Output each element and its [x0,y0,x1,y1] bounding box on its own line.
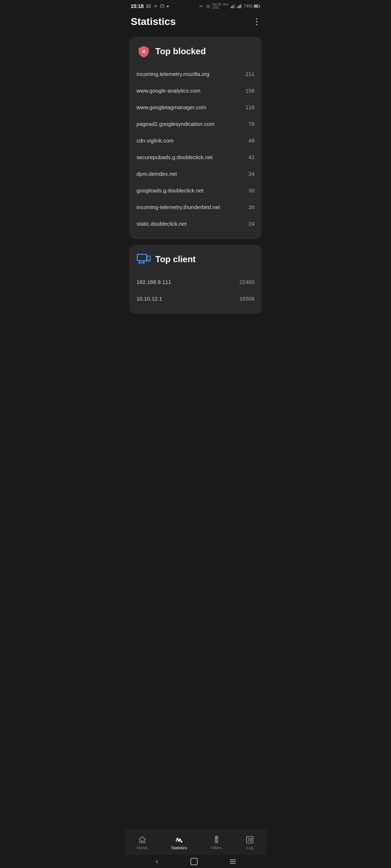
key-icon [198,4,204,8]
svg-point-3 [200,5,201,7]
count-label: 34 [240,171,255,177]
domain-label: dpm.demdex.net [136,171,240,177]
count-label: 118 [240,104,255,110]
list-item: www.googletagmanager.com 118 [136,99,255,116]
top-blocked-card: ✕ Top blocked incoming.telemetry.mozilla… [129,37,262,239]
count-label: 16506 [239,295,255,302]
arrow-icon [153,4,157,9]
list-item: www.google-analytics.com 156 [136,82,255,99]
count-label: 22400 [239,279,255,285]
count-label: 26 [240,204,255,210]
status-left: 15:18 [131,3,169,9]
monitor-icon [136,252,151,267]
notification-dot [167,5,169,7]
app-header: Statistics [125,11,266,34]
count-label: 156 [240,88,255,94]
count-label: 42 [240,154,255,160]
status-time: 15:18 [131,3,144,9]
status-bar: 15:18 VoLTELTE1 4G+ 74% [125,0,266,11]
svg-rect-7 [233,5,234,8]
client-label: 192.168.9.111 [136,279,239,285]
volte-label: VoLTELTE1 [212,3,221,9]
signal-icon-2 [237,4,242,8]
list-item: pagead2.googlesyndication.com 78 [136,116,255,132]
count-label: 30 [240,187,255,193]
domain-label: static.doubleclick.net [136,221,240,227]
list-item: static.doubleclick.net 24 [136,216,255,232]
svg-point-1 [147,5,148,6]
battery-icon [254,4,260,8]
signal-icon [231,4,236,8]
domain-label: incoming-telemetry.thunderbird.net [136,204,240,210]
svg-rect-14 [241,4,242,8]
network-label: 4G+ [223,3,229,9]
svg-rect-5 [231,7,231,8]
mail-icon [160,4,165,8]
top-client-card: Top client 192.168.9.111 22400 10.10.12.… [129,245,262,314]
svg-rect-19 [137,254,147,261]
shield-block-icon: ✕ [136,44,151,59]
svg-rect-13 [240,4,241,8]
domain-label: googleads.g.doubleclick.net [136,187,240,193]
domain-label: www.google-analytics.com [136,88,240,94]
domain-label: cdn.viglink.com [136,137,240,144]
svg-rect-12 [239,5,240,8]
top-blocked-header: ✕ Top blocked [136,44,255,59]
photo-icon [146,4,151,9]
alarm-icon [206,4,210,9]
domain-label: pagead2.googlesyndication.com [136,121,240,127]
svg-rect-11 [238,6,239,8]
svg-rect-9 [235,4,235,8]
top-blocked-title: Top blocked [155,46,206,56]
page-title: Statistics [131,16,176,27]
list-item: cdn.viglink.com 48 [136,132,255,149]
status-right: VoLTELTE1 4G+ 74% [198,3,260,9]
domain-label: securepubads.g.doubleclick.net [136,154,240,160]
count-label: 211 [240,71,255,77]
top-client-title: Top client [155,254,196,264]
list-item: incoming-telemetry.thunderbird.net 26 [136,199,255,216]
svg-rect-23 [147,256,150,261]
svg-text:✕: ✕ [142,49,146,55]
top-client-header: Top client [136,252,255,267]
list-item: 10.10.12.1 16506 [136,290,255,307]
domain-label: www.googletagmanager.com [136,104,240,110]
list-item: 192.168.9.111 22400 [136,274,255,290]
client-label: 10.10.12.1 [136,295,239,302]
battery-percent: 74% [244,4,252,9]
more-options-button[interactable] [253,15,260,28]
count-label: 24 [240,221,255,227]
svg-rect-17 [254,5,258,7]
domain-label: incoming.telemetry.mozilla.org [136,71,240,77]
list-item: googleads.g.doubleclick.net 30 [136,182,255,199]
count-label: 78 [240,121,255,127]
svg-rect-10 [237,7,238,8]
svg-rect-6 [232,6,232,8]
list-item: securepubads.g.doubleclick.net 42 [136,149,255,166]
main-content: ✕ Top blocked incoming.telemetry.mozilla… [125,34,266,349]
count-label: 48 [240,137,255,144]
list-item: incoming.telemetry.mozilla.org 211 [136,66,255,82]
svg-rect-16 [260,5,260,7]
svg-rect-8 [234,4,234,8]
list-item: dpm.demdex.net 34 [136,166,255,182]
